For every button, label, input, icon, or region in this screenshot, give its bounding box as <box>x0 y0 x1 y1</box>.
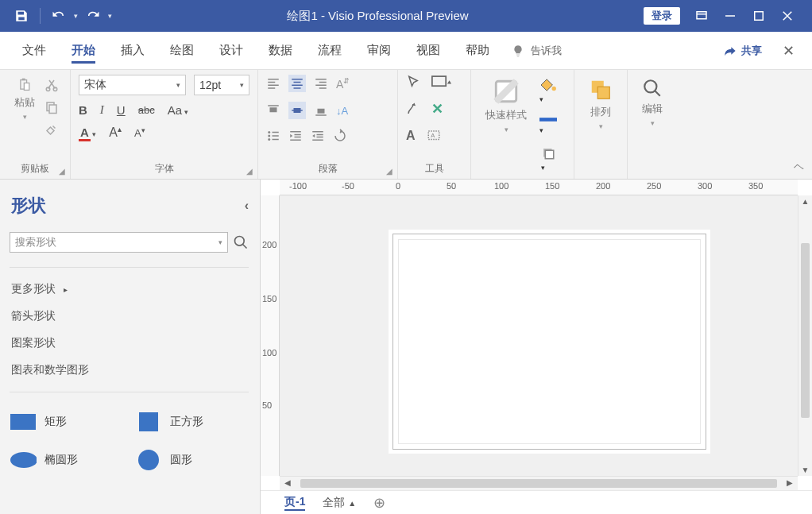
text-direction-icon[interactable]: ↓A <box>336 105 348 117</box>
font-color-button[interactable]: A ▾ <box>79 126 96 139</box>
shape-rectangle[interactable]: 矩形 <box>10 410 121 434</box>
category-arrow-shapes[interactable]: 箭头形状 <box>11 309 252 323</box>
copy-icon[interactable] <box>44 100 59 114</box>
category-chart-math-shapes[interactable]: 图表和数学图形 <box>11 363 252 377</box>
ribbon-display-icon[interactable] <box>694 9 709 23</box>
increase-indent-icon[interactable] <box>311 129 325 143</box>
pointer-tool-icon[interactable] <box>406 75 420 89</box>
shrink-font-button[interactable]: A▾ <box>134 126 145 139</box>
cut-icon[interactable] <box>44 78 59 92</box>
align-top-icon[interactable] <box>266 103 280 118</box>
save-icon[interactable] <box>14 9 29 23</box>
vertical-scrollbar[interactable]: ▲ ▼ <box>798 195 812 476</box>
align-center-icon[interactable] <box>288 75 306 92</box>
drawing-page[interactable] <box>280 195 798 476</box>
align-right-icon[interactable] <box>314 76 328 91</box>
paragraph-launcher-icon[interactable]: ◢ <box>386 167 392 176</box>
connector-tool-icon[interactable] <box>406 102 420 116</box>
align-middle-icon[interactable] <box>288 102 306 119</box>
horizontal-scrollbar[interactable]: ◀ ▶ <box>280 476 798 490</box>
rotate-text-icon[interactable] <box>333 129 347 143</box>
paste-button[interactable]: 粘贴 ▾ <box>8 75 41 124</box>
share-icon <box>724 44 737 57</box>
connection-point-icon[interactable]: ✕ <box>431 100 443 118</box>
format-painter-icon[interactable] <box>44 122 59 137</box>
underline-button[interactable]: U <box>117 103 126 117</box>
search-shapes-input[interactable]: 搜索形状▾ <box>10 232 228 253</box>
shape-square[interactable]: 正方形 <box>135 410 246 434</box>
italic-button[interactable]: I <box>100 103 104 117</box>
hruler-tick: 250 <box>647 181 661 191</box>
tab-process[interactable]: 流程 <box>305 32 354 70</box>
tab-design[interactable]: 设计 <box>207 32 256 70</box>
tab-review[interactable]: 审阅 <box>354 32 404 70</box>
shape-circle-label: 圆形 <box>170 453 192 467</box>
font-launcher-icon[interactable]: ◢ <box>246 167 253 176</box>
tab-view[interactable]: 视图 <box>404 32 453 70</box>
text-block-tool-icon[interactable]: A <box>427 129 441 143</box>
fill-button[interactable]: ▾ <box>539 78 557 104</box>
font-size-dropdown[interactable]: 12pt▾ <box>194 75 249 95</box>
svg-rect-16 <box>432 76 446 86</box>
case-label: Aa <box>168 103 182 117</box>
page-tab-1[interactable]: 页-1 <box>284 495 305 511</box>
line-button[interactable]: ▾ <box>539 115 557 135</box>
login-button[interactable]: 登录 <box>644 7 680 25</box>
tab-data[interactable]: 数据 <box>256 32 305 70</box>
add-page-icon[interactable]: ⊕ <box>373 494 385 512</box>
tab-file[interactable]: 文件 <box>10 32 59 70</box>
close-icon[interactable] <box>780 9 795 23</box>
rectangle-tool-icon[interactable] <box>431 75 452 89</box>
group-shape-styles: 快速样式 ▾ ▾ ▾ ▾ 形状样式◢ <box>471 70 574 179</box>
redo-icon[interactable] <box>86 9 100 23</box>
vscroll-thumb[interactable] <box>801 243 810 418</box>
font-family-dropdown[interactable]: 宋体▾ <box>79 75 186 95</box>
scroll-right-icon[interactable]: ▶ <box>787 478 793 487</box>
page-tab-all[interactable]: 全部 ▲ <box>323 496 356 510</box>
undo-dropdown-icon[interactable]: ▾ <box>74 12 78 20</box>
shape-ellipse[interactable]: 椭圆形 <box>10 448 121 472</box>
scroll-up-icon[interactable]: ▲ <box>798 197 812 206</box>
tab-home[interactable]: 开始 <box>59 32 108 70</box>
change-case-button[interactable]: Aa ▾ <box>168 103 188 117</box>
all-label: 全部 <box>323 496 345 508</box>
hscroll-thumb[interactable] <box>300 479 777 488</box>
category-more-shapes[interactable]: 更多形状▸ <box>11 282 252 296</box>
shape-ellipse-label: 椭圆形 <box>44 453 78 467</box>
quick-styles-button[interactable]: 快速样式 ▾ <box>479 75 533 137</box>
shape-circle[interactable]: 圆形 <box>135 448 246 472</box>
minimize-icon[interactable] <box>723 9 737 23</box>
editing-button[interactable]: 编辑 ▾ <box>636 75 669 130</box>
shapes-title-text: 形状 <box>11 194 46 218</box>
arrange-label: 排列 <box>590 105 611 119</box>
font-size-toggle-icon[interactable]: A⇵ <box>336 77 350 91</box>
search-icon[interactable] <box>233 234 249 250</box>
hruler-tick: -50 <box>342 181 354 191</box>
collapse-panel-icon[interactable]: ‹ <box>245 199 252 213</box>
strike-button[interactable]: abc <box>138 104 155 116</box>
svg-point-6 <box>46 87 50 91</box>
decrease-indent-icon[interactable] <box>288 129 303 143</box>
tab-help[interactable]: 帮助 <box>453 32 502 70</box>
bullets-icon[interactable] <box>266 129 280 143</box>
bold-button[interactable]: B <box>79 103 87 117</box>
undo-icon[interactable] <box>52 9 66 23</box>
svg-text:A: A <box>431 132 435 139</box>
scroll-left-icon[interactable]: ◀ <box>284 478 291 487</box>
maximize-icon[interactable] <box>752 9 766 23</box>
tell-me[interactable]: 告诉我 <box>502 44 571 58</box>
close-tab-icon[interactable]: ✕ <box>773 42 812 60</box>
arrange-button[interactable]: 排列 ▾ <box>582 75 619 133</box>
align-bottom-icon[interactable] <box>314 103 328 118</box>
category-pattern-shapes[interactable]: 图案形状 <box>11 336 252 350</box>
share-button[interactable]: 共享 <box>713 44 773 58</box>
tab-draw[interactable]: 绘图 <box>157 32 207 70</box>
tab-insert[interactable]: 插入 <box>108 32 157 70</box>
effects-button[interactable]: ▾ <box>541 146 555 172</box>
align-left-icon[interactable] <box>266 76 280 91</box>
clipboard-launcher-icon[interactable]: ◢ <box>59 167 65 176</box>
text-tool-icon[interactable]: A <box>406 129 416 143</box>
grow-font-button[interactable]: A▴ <box>109 125 122 140</box>
collapse-ribbon-icon[interactable]: ヘ <box>794 160 804 174</box>
scroll-down-icon[interactable]: ▼ <box>798 466 812 474</box>
